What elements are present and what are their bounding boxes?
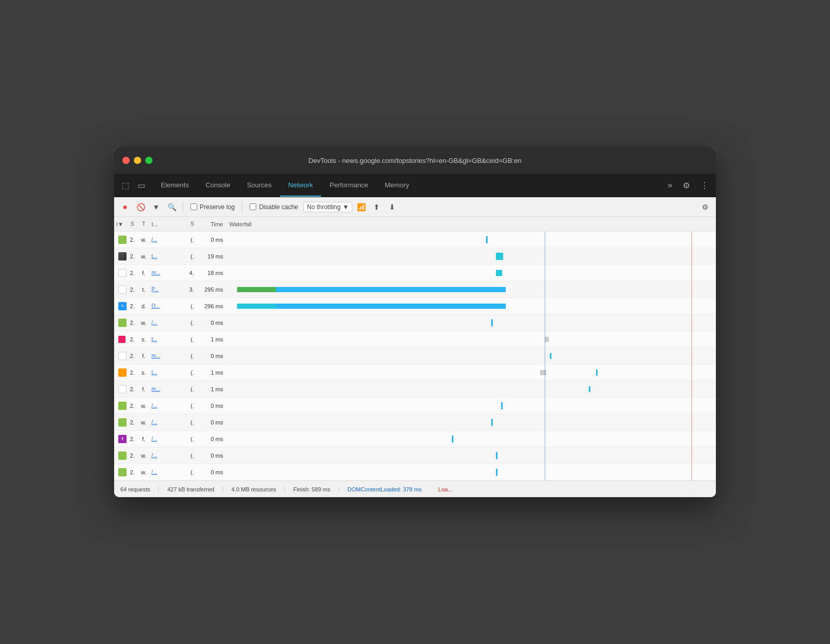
table-row[interactable]: 2. t. P... 3. 295 ms xyxy=(114,281,716,298)
dom-line xyxy=(545,231,545,248)
table-row[interactable]: 2. w. /... (. 0 ms xyxy=(114,414,716,431)
waterfall-cell xyxy=(227,414,716,431)
cell-time: 0 ms xyxy=(196,469,227,475)
requests-count: 64 requests xyxy=(120,486,159,492)
upload-icon[interactable]: ⬆ xyxy=(370,200,383,214)
cell-s2: w. xyxy=(138,237,149,243)
window-title: DevTools - news.google.com/topstories?hl… xyxy=(309,157,522,165)
record-button[interactable]: ● xyxy=(118,200,132,214)
cell-s2: f. xyxy=(138,353,149,359)
col-header-s1[interactable]: S xyxy=(127,221,138,227)
clear-button[interactable]: 🚫 xyxy=(134,200,147,214)
row-icon xyxy=(118,418,127,427)
cell-size: (. xyxy=(181,386,196,392)
table-row[interactable]: 2. w. /... (. 0 ms xyxy=(114,464,716,481)
cell-s2: w. xyxy=(138,403,149,409)
table-row[interactable]: 2. s. t... (. 1 ms xyxy=(114,364,716,381)
cell-time: 1 ms xyxy=(196,369,227,376)
row-icon xyxy=(118,402,127,410)
waterfall-cell xyxy=(227,281,716,298)
table-row[interactable]: 2. w. t... (. 19 ms xyxy=(114,248,716,265)
table-row[interactable]: 2. s. t... (. 1 ms xyxy=(114,331,716,348)
cell-time: 0 ms xyxy=(196,237,227,243)
device-icon[interactable]: ▭ xyxy=(134,179,148,193)
cell-s1: 2. xyxy=(127,270,138,276)
table-row[interactable]: 2. f. m... (. 1 ms xyxy=(114,381,716,398)
disable-cache-input[interactable] xyxy=(250,203,256,210)
cell-s1: 2. xyxy=(127,403,138,409)
cursor-icon[interactable]: ⬚ xyxy=(118,179,132,193)
waterfall-cell xyxy=(227,398,716,414)
table-row[interactable]: 2. w. /... (. 0 ms xyxy=(114,447,716,464)
col-header-size[interactable]: S xyxy=(181,221,196,227)
table-row[interactable]: 2. f. m... 4. 18 ms xyxy=(114,265,716,281)
preserve-log-checkbox[interactable]: Preserve log xyxy=(187,203,238,211)
col-header-s2[interactable]: T xyxy=(138,221,149,227)
cell-size: (. xyxy=(181,237,196,243)
table-row[interactable]: T 2. f. /... (. 0 ms xyxy=(114,431,716,447)
cell-s1: 2. xyxy=(127,419,138,426)
col-header-time[interactable]: Time xyxy=(196,221,227,227)
row-icon xyxy=(118,368,127,377)
dom-content-loaded: DOMContentLoaded: 378 ms xyxy=(339,486,430,492)
maximize-button[interactable] xyxy=(145,157,153,164)
preserve-log-label: Preserve log xyxy=(200,203,234,211)
cell-s1: 2. xyxy=(127,303,138,309)
more-options-icon[interactable]: ⋮ xyxy=(697,179,712,193)
cell-name: /... xyxy=(149,237,181,242)
col-header-name[interactable]: I... xyxy=(149,221,181,227)
cell-time: 0 ms xyxy=(196,353,227,359)
row-icon: T xyxy=(118,435,127,443)
divider1 xyxy=(183,202,183,212)
cell-s2: f. xyxy=(138,436,149,442)
table-row[interactable]: 2. f. m... (. 0 ms xyxy=(114,348,716,364)
download-icon[interactable]: ⬇ xyxy=(385,200,399,214)
cell-name: t... xyxy=(149,253,181,259)
close-button[interactable] xyxy=(122,157,130,164)
tab-elements[interactable]: Elements xyxy=(153,174,197,197)
table-row[interactable]: 2. w. /... (. 0 ms xyxy=(114,231,716,248)
waterfall-cell xyxy=(227,314,716,331)
cell-size: (. xyxy=(181,453,196,459)
cell-time: 295 ms xyxy=(196,286,227,293)
settings-icon[interactable]: ⚙ xyxy=(680,179,693,193)
wifi-icon[interactable]: 📶 xyxy=(354,200,368,214)
table-header: I▼ S T I... S Time Waterfall xyxy=(114,217,716,231)
tab-network[interactable]: Network xyxy=(280,174,322,197)
tab-console[interactable]: Console xyxy=(197,174,239,197)
cell-name: /... xyxy=(149,403,181,408)
filter-icon[interactable]: ▼ xyxy=(149,200,163,214)
preserve-log-input[interactable] xyxy=(190,203,197,210)
tab-memory[interactable]: Memory xyxy=(377,174,418,197)
cell-s1: 2. xyxy=(127,353,138,359)
table-row[interactable]: 2. w. /... (. 0 ms xyxy=(114,314,716,331)
settings2-icon[interactable]: ⚙ xyxy=(698,200,712,214)
tab-sources[interactable]: Sources xyxy=(239,174,280,197)
col-header-waterfall[interactable]: Waterfall xyxy=(227,221,716,227)
waterfall-cell xyxy=(227,464,716,481)
minimize-button[interactable] xyxy=(134,157,141,164)
throttle-select[interactable]: No throttling ▼ xyxy=(303,202,353,212)
disable-cache-checkbox[interactable]: Disable cache xyxy=(246,203,301,211)
cell-time: 19 ms xyxy=(196,253,227,259)
search-icon[interactable]: 🔍 xyxy=(165,200,178,214)
waterfall-cell xyxy=(227,331,716,348)
cell-s1: 2. xyxy=(127,320,138,326)
row-icon xyxy=(118,319,127,327)
more-tabs-icon[interactable]: » xyxy=(665,179,675,192)
col-header-icon[interactable]: I▼ xyxy=(114,221,127,227)
tabs-bar: ⬚ ▭ Elements Console Sources Network Per… xyxy=(114,174,716,197)
cell-name: m... xyxy=(149,386,181,392)
cell-size: (. xyxy=(181,419,196,426)
cell-s2: d. xyxy=(138,303,149,309)
row-icon xyxy=(118,451,127,460)
table-row[interactable]: 2. w. /... (. 0 ms xyxy=(114,398,716,414)
disable-cache-label: Disable cache xyxy=(259,203,298,211)
tab-performance[interactable]: Performance xyxy=(321,174,376,197)
cell-size: (. xyxy=(181,403,196,409)
cell-name: m... xyxy=(149,270,181,276)
cell-s2: w. xyxy=(138,419,149,426)
cell-time: 0 ms xyxy=(196,453,227,459)
row-icon xyxy=(118,285,127,294)
table-row[interactable]: ≡ 2. d. O... (. 296 ms xyxy=(114,298,716,314)
